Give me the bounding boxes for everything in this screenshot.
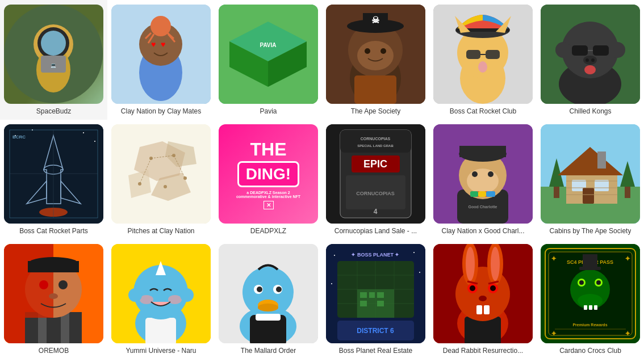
svg-point-98	[472, 171, 478, 177]
svg-text:✦: ✦	[551, 255, 557, 263]
svg-rect-166	[360, 292, 367, 298]
svg-rect-102	[470, 191, 478, 197]
svg-rect-169	[360, 301, 367, 306]
card-image-spacebudz: 💻	[4, 5, 103, 104]
svg-point-178	[466, 247, 475, 281]
card-label-pitches: Pitches at Clay Nation	[127, 227, 194, 235]
svg-text:✦: ✦	[551, 330, 557, 338]
svg-text:💻: 💻	[51, 62, 56, 68]
card-chilledkongs[interactable]: Chilled Kongs	[537, 0, 644, 120]
svg-point-29	[365, 48, 370, 54]
svg-rect-151	[256, 314, 281, 321]
svg-point-154	[413, 252, 415, 253]
svg-text:♥: ♥	[151, 40, 156, 49]
svg-text:Premium Rewards: Premium Rewards	[572, 323, 607, 327]
svg-point-185	[470, 285, 475, 291]
svg-point-28	[357, 41, 394, 70]
svg-rect-115	[595, 180, 609, 191]
svg-rect-38	[486, 50, 500, 59]
svg-text:✦: ✦	[625, 330, 630, 338]
svg-point-205	[579, 280, 584, 285]
card-label-cabins: Cabins by The Ape Society	[550, 227, 632, 235]
svg-rect-46	[572, 45, 588, 56]
card-image-chilledkongs	[541, 5, 640, 104]
card-image-mallard	[219, 244, 318, 343]
svg-rect-167	[369, 292, 375, 298]
card-pitches[interactable]: Pitches at Clay Nation	[107, 120, 215, 239]
card-label-claynation: Clay Nation by Clay Mates	[121, 107, 201, 115]
card-image-claynation: ♥ ♥	[111, 5, 211, 104]
card-label-deadpxlz: DEADPXLZ	[250, 227, 286, 235]
svg-point-97	[467, 169, 499, 193]
nft-grid: 💻 SpaceBudz ♥ ♥ Clay Nat	[0, 0, 644, 359]
card-image-pavia: PAVIA	[219, 5, 318, 104]
svg-point-189	[479, 296, 487, 301]
svg-point-149	[257, 287, 262, 292]
card-label-apesociety: The Ape Society	[351, 107, 400, 115]
svg-rect-37	[466, 50, 480, 59]
svg-text:Good Charlotte: Good Charlotte	[469, 205, 497, 209]
svg-rect-103	[478, 191, 486, 197]
svg-point-30	[380, 48, 386, 54]
svg-rect-113	[597, 151, 606, 169]
svg-text:PAVIA: PAVIA	[260, 42, 276, 48]
svg-rect-104	[486, 191, 495, 197]
svg-point-146	[258, 304, 278, 312]
card-cardanocrocs[interactable]: ✦ ✦ ✦ ✦ SC4 PLAYER PASS	[537, 239, 644, 359]
svg-rect-108	[554, 187, 559, 198]
card-image-bosscat	[433, 5, 533, 104]
svg-text:SPECIAL LAND GRAB: SPECIAL LAND GRAB	[357, 144, 394, 148]
svg-text:4: 4	[374, 208, 378, 216]
svg-rect-96	[459, 146, 506, 157]
card-deadrabbit[interactable]: Dead Rabbit Resurrectio...	[429, 239, 537, 359]
card-bosscatrocketparts[interactable]: BCRC Boss Cat Rocket Parts	[0, 120, 107, 239]
svg-point-150	[276, 287, 282, 292]
svg-point-99	[488, 171, 494, 177]
card-image-pitches	[111, 124, 211, 224]
svg-point-139	[128, 288, 142, 302]
svg-point-180	[491, 247, 500, 281]
svg-text:CORNUCOPIAS: CORNUCOPIAS	[361, 137, 391, 141]
card-yummi[interactable]: Yummi Universe - Naru	[107, 239, 215, 359]
card-bosscat[interactable]: Boss Cat Rocket Club	[429, 0, 537, 120]
card-label-mallard: The Mallard Order	[241, 347, 296, 355]
card-cornucopias[interactable]: CORNUCOPIAS SPECIAL LAND GRAB EPIC CORNU…	[322, 120, 429, 239]
svg-rect-202	[594, 305, 597, 310]
card-apesociety[interactable]: ☠ The Ape Society	[322, 0, 429, 120]
card-label-pavia: Pavia	[260, 107, 277, 115]
card-image-deadpxlz: THE DING! a DEADPXLZ Season 2commemorati…	[219, 124, 318, 224]
svg-point-58	[94, 141, 95, 142]
svg-point-156	[331, 283, 332, 284]
card-claynation[interactable]: ♥ ♥ Clay Nation by Clay Mates	[107, 0, 215, 120]
svg-point-76	[164, 185, 167, 188]
card-oremob[interactable]: OREMOB	[0, 239, 107, 359]
card-label-bosscatrocketparts: Boss Cat Rocket Parts	[19, 227, 88, 235]
svg-point-186	[490, 285, 496, 291]
card-image-bossplanet: ✦ BOSS PLANET ✦ DISTR	[326, 244, 425, 343]
card-image-claynationgood: Good Charlotte	[433, 124, 533, 224]
card-label-bosscat: Boss Cat Rocket Club	[450, 107, 516, 115]
svg-point-50	[586, 58, 589, 62]
card-mallard[interactable]: The Mallard Order	[215, 239, 322, 359]
svg-point-155	[419, 272, 420, 273]
card-bossplanet[interactable]: ✦ BOSS PLANET ✦ DISTR	[322, 239, 429, 359]
card-cabins[interactable]: Cabins by The Ape Society	[537, 120, 644, 239]
card-pavia[interactable]: PAVIA Pavia	[215, 0, 322, 120]
svg-rect-47	[593, 45, 609, 56]
svg-rect-200	[584, 305, 587, 310]
svg-rect-168	[377, 292, 384, 298]
svg-point-153	[334, 255, 335, 256]
card-image-yummi	[111, 244, 211, 343]
card-label-deadrabbit: Dead Rabbit Resurrectio...	[443, 347, 523, 355]
card-spacebudz[interactable]: 💻 SpaceBudz	[0, 0, 107, 120]
svg-rect-124	[61, 312, 69, 343]
card-claynationgood[interactable]: Good Charlotte Clay Nation x Good Charl.…	[429, 120, 537, 239]
card-image-cabins	[541, 124, 640, 224]
card-deadpxlz[interactable]: THE DING! a DEADPXLZ Season 2commemorati…	[215, 120, 322, 239]
svg-rect-110	[625, 187, 630, 198]
card-label-yummi: Yummi Universe - Naru	[126, 347, 196, 355]
svg-rect-134	[145, 318, 176, 343]
svg-point-51	[591, 58, 595, 62]
card-image-oremob	[4, 244, 103, 343]
card-label-chilledkongs: Chilled Kongs	[569, 107, 611, 115]
